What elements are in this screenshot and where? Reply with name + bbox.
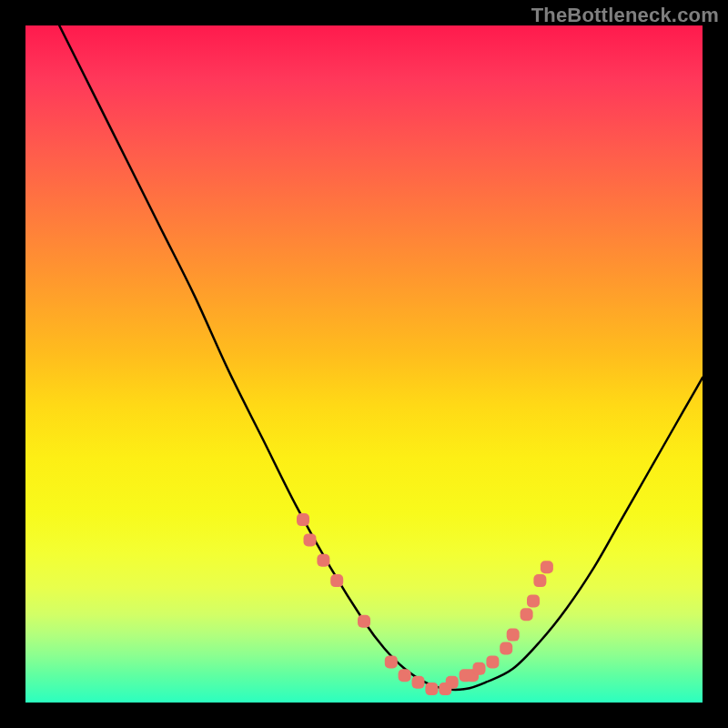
bottleneck-curve	[59, 25, 703, 690]
curve-group	[59, 25, 703, 690]
marker-dot	[446, 676, 459, 689]
marker-dot	[330, 574, 343, 587]
plot-area	[25, 25, 703, 703]
marker-dot	[500, 642, 512, 655]
marker-dot	[358, 615, 370, 628]
marker-dot	[317, 554, 329, 567]
marker-dot	[473, 662, 486, 675]
marker-dot	[486, 655, 499, 668]
marker-dot	[425, 682, 438, 695]
chart-frame: TheBottleneck.com	[0, 0, 728, 728]
marker-dot	[304, 533, 317, 546]
marker-dot	[527, 594, 540, 607]
marker-dot	[412, 676, 425, 689]
watermark-text: TheBottleneck.com	[531, 4, 719, 27]
marker-dot	[507, 629, 520, 642]
chart-svg	[25, 25, 703, 703]
marker-dot	[385, 655, 398, 668]
marker-dot	[521, 608, 533, 621]
marker-dot	[533, 574, 546, 587]
marker-dot	[541, 561, 553, 573]
marker-dot	[399, 669, 411, 682]
marker-dot	[297, 513, 309, 526]
